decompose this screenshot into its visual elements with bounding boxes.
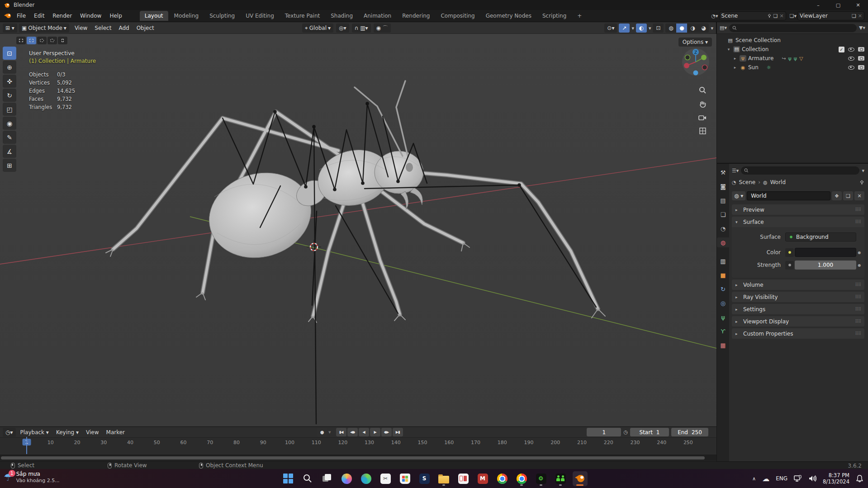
timeline-scrollbar[interactable] (0, 455, 716, 461)
filter-icon[interactable]: ▼▾ (859, 25, 865, 31)
pan-hand-icon[interactable] (699, 100, 707, 108)
weather-widget[interactable]: ☂1 Sắp mưa Vào khoảng 2.5... (4, 471, 60, 484)
file-explorer-button[interactable] (436, 471, 451, 486)
next-keyframe-button[interactable]: ◆▶ (381, 428, 392, 436)
editor-type-button[interactable]: ⊞ ▾ (3, 24, 17, 33)
volume-icon[interactable] (808, 475, 816, 482)
outliner-row-sun[interactable]: ▸◉Sun☼ (717, 63, 868, 72)
surface-shader-button[interactable]: Background (785, 232, 856, 242)
workspace-tab-geometry-nodes[interactable]: Geometry Nodes (481, 11, 536, 21)
frame-tick-160[interactable]: 160 (444, 440, 454, 445)
scrollbar-thumb[interactable] (1, 456, 705, 460)
tab-output[interactable]: ▤ (717, 195, 729, 205)
tool-measure[interactable]: ∡ (3, 145, 16, 158)
properties-display-mode[interactable]: ☰▾ (732, 168, 739, 174)
tab-view-layer[interactable]: ❏ (717, 209, 729, 219)
frame-tick-250[interactable]: 250 (683, 440, 693, 445)
timeline-menu-playback[interactable]: Playback ▾ (17, 428, 52, 437)
gizmo-toggle[interactable]: ↗ (619, 24, 630, 33)
outliner-search-input[interactable] (729, 24, 857, 32)
hide-eye-icon[interactable] (848, 66, 854, 70)
workspace-tab-animation[interactable]: Animation (359, 11, 396, 21)
mode-selector[interactable]: ▣ Object Mode ▾ (19, 24, 69, 33)
frame-tick-180[interactable]: 180 (498, 440, 507, 445)
tab-collection[interactable]: ▥ (717, 256, 729, 266)
outliner-row-collection[interactable]: ▾▤Collection✓ (717, 45, 868, 54)
frame-tick-210[interactable]: 210 (577, 440, 587, 445)
select-mode-box[interactable] (27, 37, 36, 44)
visibility-dropdown[interactable]: ⊙▾ (604, 24, 617, 33)
network-icon[interactable] (794, 475, 802, 482)
frame-tick-10[interactable]: 10 (47, 440, 54, 445)
edge-button[interactable] (359, 471, 374, 486)
proportional-editing-toggle[interactable]: ◉ ⌒ (374, 24, 391, 33)
duplicate-button[interactable]: ❏ (843, 191, 853, 200)
add-workspace-button[interactable]: + (572, 11, 587, 21)
properties-search-input[interactable] (741, 166, 859, 175)
tab-texture[interactable]: ▦ (717, 340, 729, 350)
select-mode-tweak[interactable] (16, 37, 26, 44)
drag-handle-icon[interactable]: ⠿⠿ (855, 307, 861, 312)
drag-handle-icon[interactable]: ⠿⠿ (855, 331, 861, 336)
tab-constraints[interactable]: ↻ (717, 284, 729, 294)
drag-handle-icon[interactable]: ⠿⠿ (855, 207, 861, 212)
workspace-tab-scripting[interactable]: Scripting (537, 11, 571, 21)
workspace-tab-compositing[interactable]: Compositing (436, 11, 479, 21)
tab-scene[interactable]: ◔ (717, 223, 729, 233)
tray-expand-icon[interactable]: ∧ (752, 476, 756, 482)
gizmo-y-axis[interactable] (701, 55, 707, 60)
solidworks-button[interactable]: S (417, 471, 432, 486)
shading-material-button[interactable]: ◑ (687, 24, 698, 33)
green-app-target-button[interactable]: ❂ (534, 471, 549, 486)
tool-scale[interactable]: ◰ (3, 103, 16, 116)
panel-surface-header[interactable]: ▾ Surface ⠿⠿ (732, 217, 864, 227)
frame-tick-150[interactable]: 150 (418, 440, 427, 445)
frame-tick-190[interactable]: 190 (524, 440, 533, 445)
tool-add-cube[interactable]: ⊞ (3, 159, 16, 172)
tool-transform[interactable]: ◉ (3, 117, 16, 130)
camera-render-icon[interactable] (858, 65, 864, 70)
current-frame-field[interactable]: 1 (587, 428, 621, 436)
play-button[interactable]: ▶ (370, 428, 380, 436)
tab-bone[interactable]: Ƴ (717, 326, 729, 336)
tool-move[interactable]: ✜ (3, 75, 16, 88)
clock-widget[interactable]: 8:37 PM 8/13/2024 (823, 472, 849, 485)
tool-rotate[interactable]: ↻ (3, 89, 16, 102)
snap-toggle[interactable]: ∩ ▥▾ (352, 24, 371, 33)
panel-viewport-display[interactable]: ▸Viewport Display⠿⠿ (732, 316, 864, 327)
chevron-down-icon[interactable]: ▾ (649, 25, 651, 31)
select-mode-circle[interactable] (37, 37, 47, 44)
panel-settings[interactable]: ▸Settings⠿⠿ (732, 304, 864, 314)
hide-eye-icon[interactable] (848, 57, 854, 61)
frame-tick-90[interactable]: 90 (260, 440, 266, 445)
blender-taskbar-button[interactable] (573, 471, 588, 486)
frame-tick-100[interactable]: 100 (285, 440, 294, 445)
fake-user-button[interactable]: ❖ (832, 191, 842, 200)
outliner-display-mode[interactable]: ▤▾ (720, 25, 727, 31)
frame-tick-20[interactable]: 20 (74, 440, 81, 445)
menu-window[interactable]: Window (76, 11, 105, 21)
outliner-row-armature[interactable]: ▸ψArmature↪ψψ▽ (717, 54, 868, 63)
copilot-button[interactable] (339, 471, 354, 486)
hide-eye-icon[interactable] (848, 47, 854, 52)
drag-handle-icon[interactable]: ⠿⠿ (855, 219, 861, 224)
close-icon[interactable]: ✕ (779, 13, 783, 19)
frame-tick-130[interactable]: 130 (365, 440, 374, 445)
copy-icon[interactable]: ❏ (773, 13, 778, 19)
breadcrumb-world[interactable]: World (770, 179, 786, 185)
scene-name[interactable]: Scene (721, 13, 765, 19)
auto-keying-dropdown[interactable]: ▾ (328, 429, 331, 435)
camera-view-icon[interactable] (698, 114, 707, 121)
snipping-tool-button[interactable]: ✂ (378, 471, 393, 486)
close-button[interactable]: ✕ (848, 0, 868, 10)
timeline-editor-type-button[interactable]: ◷▾ (3, 428, 16, 437)
color-swatch[interactable] (795, 248, 856, 257)
breadcrumb-scene[interactable]: Scene (739, 179, 756, 185)
camera-render-icon[interactable] (858, 47, 864, 52)
frame-tick-200[interactable]: 200 (550, 440, 560, 445)
end-frame-field[interactable]: End250 (671, 428, 708, 436)
timeline-menu-marker[interactable]: Marker (103, 428, 128, 437)
task-view-button[interactable] (320, 471, 335, 486)
menu-edit[interactable]: Edit (30, 11, 48, 21)
transform-orientation-selector[interactable]: ⌖ Global ▾ (302, 24, 333, 33)
